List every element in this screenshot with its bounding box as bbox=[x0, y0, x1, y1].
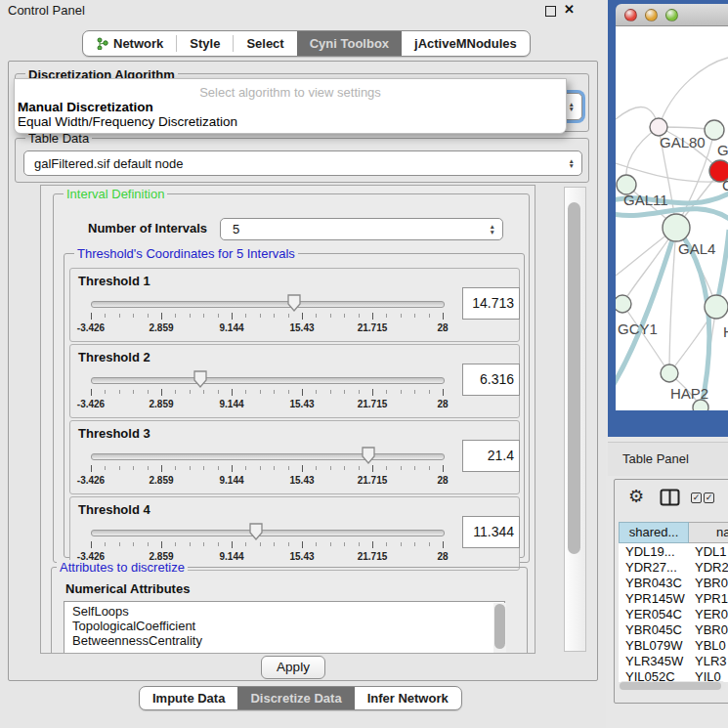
slider-thumb[interactable] bbox=[193, 369, 209, 393]
network-edge[interactable] bbox=[659, 58, 728, 127]
combo-arrows-icon: ▲▼ bbox=[569, 158, 581, 169]
attribute-list-item[interactable]: BetweennessCentrality bbox=[72, 633, 504, 648]
table-row[interactable]: YER054CYER0 bbox=[619, 607, 728, 622]
table-row[interactable]: YPR145WYPR1 bbox=[619, 591, 728, 607]
threshold-value-field[interactable]: 6.316 bbox=[462, 364, 520, 396]
algorithm-option[interactable]: Manual Discretization bbox=[15, 100, 566, 114]
attributes-list-scrollbar[interactable] bbox=[493, 603, 506, 654]
panel-vertical-scrollbar[interactable] bbox=[564, 187, 586, 652]
tab-label: Style bbox=[190, 36, 220, 51]
threshold-value-field[interactable]: 11.344 bbox=[462, 516, 520, 548]
network-node[interactable] bbox=[663, 214, 690, 241]
tab-label: Select bbox=[246, 36, 283, 51]
slider-tick bbox=[119, 390, 120, 394]
tab-label: jActiveMNodules bbox=[414, 36, 517, 51]
slider-thumb[interactable] bbox=[286, 293, 303, 317]
table-data-group: Table Data galFiltered.sif default node … bbox=[15, 138, 589, 183]
tab-network[interactable]: Network bbox=[83, 31, 176, 56]
tab-jactivemnodules[interactable]: jActiveMNodules bbox=[402, 31, 530, 56]
table-row[interactable]: YBR043CYBR0 bbox=[619, 576, 728, 591]
tab-select[interactable]: Select bbox=[234, 31, 296, 56]
slider-thumb[interactable] bbox=[361, 446, 377, 469]
table-row[interactable]: YLR345WYLR3 bbox=[619, 654, 728, 669]
slider-tick-label: 9.144 bbox=[219, 551, 243, 562]
network-node-label: GAL80 bbox=[660, 134, 706, 150]
slider-tick bbox=[344, 466, 345, 470]
column-header-shared[interactable]: shared... bbox=[619, 522, 689, 543]
slider-track[interactable] bbox=[91, 453, 445, 460]
algorithm-option[interactable]: Equal Width/Frequency Discretization bbox=[15, 114, 566, 129]
apply-button[interactable]: Apply bbox=[261, 656, 325, 679]
slider-tick bbox=[302, 389, 303, 396]
table-panel-box: ⚙ ✓ ✓ shared...na YDL19...YDL1YDR27...YD… bbox=[614, 479, 728, 704]
slider-tick bbox=[401, 466, 402, 470]
threshold-value-field[interactable]: 21.4 bbox=[462, 440, 520, 472]
bottom-tab-discretize-data[interactable]: Discretize Data bbox=[237, 687, 354, 709]
slider-tick bbox=[274, 542, 275, 546]
network-canvas[interactable]: GAL80GACGAL11GAL4GCY1HHAP2 bbox=[616, 26, 728, 410]
network-node[interactable] bbox=[705, 295, 728, 319]
tab-style[interactable]: Style bbox=[177, 31, 233, 56]
slider-tick-label: 28 bbox=[437, 399, 448, 409]
slider-tick-label: 28 bbox=[437, 475, 448, 486]
slider-tick bbox=[330, 466, 331, 470]
table-row[interactable]: YDR27...YDR2 bbox=[619, 560, 728, 576]
network-node[interactable] bbox=[616, 295, 631, 313]
attribute-list-item[interactable]: TopologicalCoefficient bbox=[72, 619, 504, 633]
table-row[interactable]: YDL19...YDL1 bbox=[619, 544, 728, 560]
table-rows: YDL19...YDL1YDR27...YDR2YBR043CYBR0YPR14… bbox=[619, 544, 728, 685]
slider-tick bbox=[245, 466, 246, 470]
table-horizontal-scrollbar[interactable] bbox=[619, 681, 726, 691]
table-data-combobox[interactable]: galFiltered.sif default node ▲▼ bbox=[23, 150, 582, 176]
scrollbar-thumb[interactable] bbox=[620, 682, 721, 690]
network-view-window[interactable]: GAL80GACGAL11GAL4GCY1HHAP2 bbox=[608, 0, 728, 437]
attribute-list-item[interactable]: SelfLoops bbox=[72, 604, 504, 619]
bottom-tab-infer-network[interactable]: Infer Network bbox=[355, 687, 461, 709]
tab-cyni-toolbox[interactable]: Cyni Toolbox bbox=[297, 31, 402, 56]
minimize-traffic-light-icon[interactable] bbox=[645, 9, 658, 21]
numerical-attributes-list[interactable]: SelfLoopsTopologicalCoefficientBetweenne… bbox=[64, 601, 505, 654]
slider-tick bbox=[386, 466, 387, 470]
network-node[interactable] bbox=[705, 120, 724, 140]
slider-tick bbox=[330, 314, 331, 318]
cell-name: YDL1 bbox=[695, 544, 727, 559]
slider-thumb[interactable] bbox=[248, 522, 265, 545]
network-node[interactable] bbox=[661, 364, 678, 382]
network-window-titlebar[interactable] bbox=[616, 4, 728, 26]
combo-arrows-icon: ▲▼ bbox=[569, 102, 581, 112]
threshold-label: Threshold 2 bbox=[78, 350, 150, 364]
slider-track[interactable] bbox=[91, 530, 445, 536]
columns-icon[interactable] bbox=[660, 489, 680, 510]
slider-tick bbox=[232, 389, 233, 396]
cell-name: YBL0 bbox=[695, 638, 726, 653]
checked-box-icon[interactable]: ✓ bbox=[704, 492, 714, 503]
zoom-traffic-light-icon[interactable] bbox=[665, 9, 678, 21]
bottom-tab-impute-data[interactable]: Impute Data bbox=[140, 687, 237, 709]
cell-name: YDR2 bbox=[695, 560, 728, 575]
threshold-value-field[interactable]: 14.713 bbox=[462, 287, 520, 320]
slider-tick bbox=[203, 466, 204, 470]
thresholds-group-title: Threshold's Coordinates for 5 Intervals bbox=[74, 246, 298, 261]
table-row[interactable]: YBR045CYBR0 bbox=[619, 622, 728, 638]
slider-tick bbox=[429, 390, 430, 394]
gear-icon[interactable]: ⚙ bbox=[628, 486, 644, 507]
checkbox-icons[interactable]: ✓ ✓ bbox=[691, 492, 714, 503]
slider-tick bbox=[429, 542, 430, 546]
slider-tick bbox=[401, 542, 402, 546]
table-row[interactable]: YBL079WYBL0 bbox=[619, 638, 728, 654]
slider-track[interactable] bbox=[91, 301, 445, 308]
close-icon[interactable]: ✕ bbox=[564, 2, 575, 17]
slider-tick bbox=[401, 390, 402, 394]
slider-tick-label: 21.715 bbox=[358, 551, 388, 562]
scrollbar-thumb[interactable] bbox=[494, 604, 505, 649]
slider-tick bbox=[316, 466, 317, 470]
scrollbar-thumb[interactable] bbox=[568, 202, 580, 554]
float-window-icon[interactable] bbox=[545, 6, 556, 17]
slider-tick bbox=[105, 314, 106, 318]
cell-shared-name: YBR045C bbox=[625, 622, 682, 637]
close-traffic-light-icon[interactable] bbox=[624, 9, 637, 21]
slider-track[interactable] bbox=[91, 377, 445, 384]
number-of-intervals-spinner[interactable]: 5 ▲▼ bbox=[220, 218, 503, 240]
checked-box-icon[interactable]: ✓ bbox=[691, 492, 702, 503]
column-header-na[interactable]: na bbox=[689, 522, 728, 543]
